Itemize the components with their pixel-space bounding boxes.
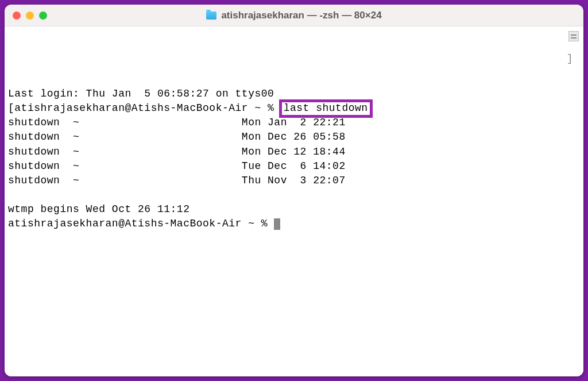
blank-line (8, 188, 580, 202)
prompt-text-2: atishrajasekharan@Atishs-MacBook-Air ~ % (8, 218, 274, 229)
scroll-indicator-icon[interactable] (568, 31, 579, 41)
cursor-icon (274, 218, 280, 230)
window-title: atishrajasekharan — -zsh — 80×24 (221, 10, 381, 21)
output-line-1: shutdown ~ Mon Dec 26 05:58 (8, 130, 580, 144)
output-line-2: shutdown ~ Mon Dec 12 18:44 (8, 145, 580, 159)
terminal-window: atishrajasekharan — -zsh — 80×24 ] Last … (5, 5, 583, 376)
right-bracket-marker: ] (567, 52, 573, 66)
output-line-4: shutdown ~ Thu Nov 3 22:07 (8, 174, 580, 188)
prompt-line-2: atishrajasekharan@Atishs-MacBook-Air ~ % (8, 217, 580, 231)
highlighted-command: last shutdown (279, 99, 373, 118)
wtmp-line: wtmp begins Wed Oct 26 11:12 (8, 202, 580, 217)
prompt-line-1: [atishrajasekharan@Atishs-MacBook-Air ~ … (8, 101, 580, 116)
bracket-char: [ (8, 102, 14, 114)
traffic-lights (13, 11, 47, 20)
title-center: atishrajasekharan — -zsh — 80×24 (5, 10, 583, 21)
maximize-button[interactable] (39, 11, 47, 20)
output-line-0: shutdown ~ Mon Jan 2 22:21 (8, 116, 580, 130)
minimize-button[interactable] (26, 11, 34, 20)
output-line-3: shutdown ~ Tue Dec 6 14:02 (8, 159, 580, 174)
close-button[interactable] (13, 11, 21, 20)
folder-icon (206, 11, 216, 20)
titlebar[interactable]: atishrajasekharan — -zsh — 80×24 (5, 5, 583, 26)
terminal-body[interactable]: ] Last login: Thu Jan 5 06:58:27 on ttys… (5, 26, 583, 376)
prompt-text-1: atishrajasekharan@Atishs-MacBook-Air ~ % (14, 102, 274, 114)
